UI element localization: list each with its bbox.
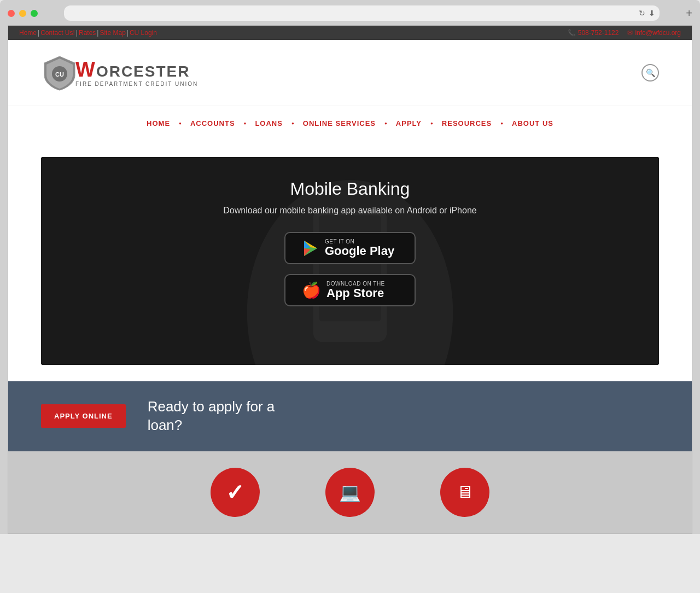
fullscreen-dot[interactable] — [31, 10, 38, 17]
hero-banner: Mobile Banking Download our mobile banki… — [41, 157, 659, 365]
apply-text-line2: loan? — [148, 417, 183, 433]
nav-dot-6: ● — [500, 121, 503, 126]
top-bar-links: Home | Contact Us! | Rates | Site Map | … — [19, 29, 157, 37]
laptop-icon: 💻 — [339, 482, 361, 503]
phone-info: 📞 508-752-1122 — [568, 29, 619, 37]
close-dot[interactable] — [8, 10, 15, 17]
app-store-button[interactable]: 🍎 Download on the App Store — [284, 274, 416, 306]
new-tab-button[interactable]: + — [686, 7, 692, 20]
logo-area: CU WORCESTER FIRE DEPARTMENT CREDIT UNIO… — [41, 54, 198, 91]
google-play-icon — [302, 240, 319, 257]
sep4: | — [127, 29, 129, 37]
nav-dot-1: ● — [179, 121, 182, 126]
logo-subtitle: FIRE DEPARTMENT CREDIT UNION — [75, 81, 198, 87]
search-button[interactable]: 🔍 — [641, 64, 659, 82]
email-address: info@wfdcu.org — [635, 29, 681, 37]
bottom-icon-device[interactable]: 🖥 — [440, 468, 489, 517]
check-icon: ✓ — [226, 480, 244, 505]
top-bar: Home | Contact Us! | Rates | Site Map | … — [8, 26, 692, 40]
apply-online-button[interactable]: APPLY ONLINE — [41, 404, 126, 428]
hero-subtitle: Download our mobile banking app availabl… — [52, 206, 648, 216]
phone-number: 508-752-1122 — [578, 29, 619, 37]
device-icon: 🖥 — [456, 482, 474, 502]
site-header: CU WORCESTER FIRE DEPARTMENT CREDIT UNIO… — [8, 40, 692, 106]
nav-about-us[interactable]: ABOUT US — [508, 117, 558, 130]
topbar-home-link[interactable]: Home — [19, 29, 37, 37]
nav-dot-5: ● — [430, 121, 433, 126]
browser-title-bar: ↻ ⬇ + — [8, 5, 692, 21]
apply-text-line1: Ready to apply for a — [148, 398, 275, 415]
app-store-content: 🍎 Download on the App Store — [302, 281, 398, 300]
topbar-culogin-link[interactable]: CU Login — [130, 29, 157, 37]
search-icon: 🔍 — [646, 68, 655, 77]
minimize-dot[interactable] — [19, 10, 26, 17]
browser-chrome: ↻ ⬇ + Home | Contact Us! | Rates | Site … — [0, 0, 700, 534]
hero-title: Mobile Banking — [52, 179, 648, 199]
phone-icon: 📞 — [568, 29, 576, 37]
email-icon: ✉ — [627, 29, 633, 37]
top-bar-contact-info: 📞 508-752-1122 ✉ info@wfdcu.org — [568, 29, 681, 37]
email-info: ✉ info@wfdcu.org — [627, 29, 681, 37]
bottom-icon-check[interactable]: ✓ — [211, 468, 260, 517]
nav-dot-4: ● — [384, 121, 387, 126]
apply-text: Ready to apply for a loan? — [148, 398, 275, 435]
shield-icon: CU — [41, 54, 78, 91]
topbar-contact-link[interactable]: Contact Us! — [40, 29, 75, 37]
topbar-rates-link[interactable]: Rates — [79, 29, 96, 37]
shield-logo: CU — [41, 54, 78, 91]
bottom-icons-row: ✓ 💻 🖥 — [8, 451, 692, 533]
url-bar[interactable]: ↻ ⬇ — [64, 5, 660, 21]
google-play-button[interactable]: GET IT ON Google Play — [284, 232, 416, 264]
apply-section: APPLY ONLINE Ready to apply for a loan? — [8, 381, 692, 451]
sep1: | — [38, 29, 39, 37]
google-play-content: GET IT ON Google Play — [302, 239, 398, 258]
bottom-icon-laptop[interactable]: 💻 — [325, 468, 375, 517]
download-icon[interactable]: ⬇ — [649, 9, 655, 18]
nav-resources[interactable]: RESOURCES — [438, 117, 496, 130]
logo-name: WORCESTER — [75, 59, 198, 80]
app-store-large-label: App Store — [326, 287, 385, 300]
nav-loans[interactable]: LOANS — [250, 117, 287, 130]
google-play-text: GET IT ON Google Play — [325, 239, 394, 258]
logo-text: WORCESTER FIRE DEPARTMENT CREDIT UNION — [75, 59, 198, 87]
svg-text:CU: CU — [55, 71, 64, 78]
app-store-text: Download on the App Store — [326, 281, 385, 300]
nav-accounts[interactable]: ACCOUNTS — [186, 117, 240, 130]
sep3: | — [97, 29, 98, 37]
url-bar-icons: ↻ ⬇ — [639, 9, 655, 18]
apple-icon: 🍎 — [302, 283, 321, 298]
sep2: | — [76, 29, 78, 37]
nav-dot-3: ● — [291, 121, 294, 126]
nav-home[interactable]: HOME — [142, 117, 174, 130]
topbar-sitemap-link[interactable]: Site Map — [100, 29, 125, 37]
nav-dot-2: ● — [244, 121, 247, 126]
main-nav: HOME ● ACCOUNTS ● LOANS ● ONLINE SERVICE… — [8, 106, 692, 141]
browser-body: Home | Contact Us! | Rates | Site Map | … — [8, 25, 692, 534]
nav-online-services[interactable]: ONLINE SERVICES — [299, 117, 380, 130]
refresh-icon[interactable]: ↻ — [639, 9, 645, 18]
hero-content: Mobile Banking Download our mobile banki… — [52, 179, 648, 317]
google-play-large-label: Google Play — [325, 245, 394, 258]
nav-apply[interactable]: APPLY — [392, 117, 426, 130]
